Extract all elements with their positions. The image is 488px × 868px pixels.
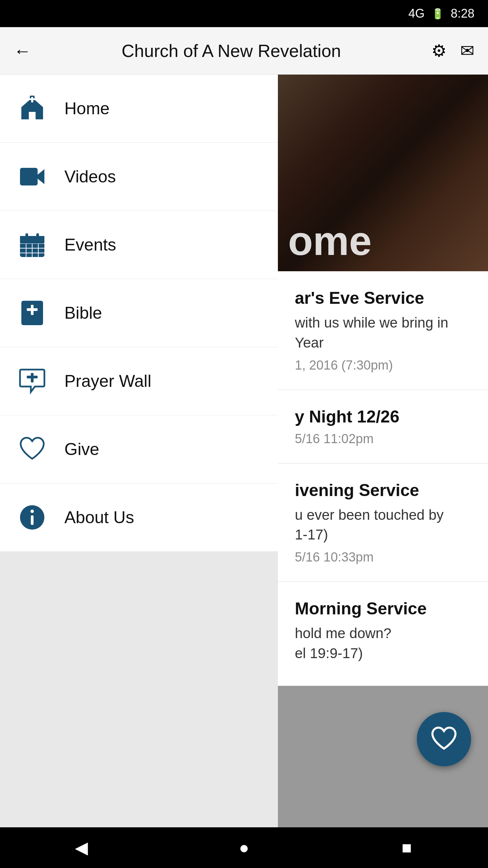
content-list: ar's Eve Service with us while we bring … — [278, 271, 488, 686]
home-icon — [17, 93, 47, 124]
svg-rect-3 — [20, 168, 38, 185]
header: ← Church of A New Revelation ⚙ ✉ — [0, 27, 488, 75]
hero-text: ome — [288, 220, 372, 261]
nav-back-button[interactable]: ◀ — [68, 834, 95, 861]
item-title: ivening Service — [295, 480, 471, 500]
header-actions: ⚙ ✉ — [431, 41, 474, 61]
list-item[interactable]: ar's Eve Service with us while we bring … — [278, 271, 488, 390]
sidebar-item-prayer-wall-label: Prayer Wall — [64, 371, 151, 391]
sidebar-item-videos-label: Videos — [64, 167, 116, 186]
list-item[interactable]: ivening Service u ever been touched by1-… — [278, 463, 488, 582]
bible-icon — [17, 298, 47, 328]
prayer-icon — [17, 366, 47, 396]
fab-button[interactable] — [417, 712, 471, 766]
list-item[interactable]: Morning Service hold me down?el 19:9-17) — [278, 582, 488, 686]
sidebar-item-events[interactable]: Events — [0, 211, 278, 279]
sidebar-item-about-us[interactable]: About Us — [0, 484, 278, 552]
nav-home-button[interactable]: ● — [230, 834, 258, 861]
sidebar-item-bible-label: Bible — [64, 303, 102, 323]
svg-marker-4 — [38, 169, 44, 184]
item-title: Morning Service — [295, 599, 471, 618]
item-date: 5/16 11:02pm — [295, 432, 471, 446]
sidebar-item-videos[interactable]: Videos — [0, 143, 278, 211]
item-desc: with us while we bring in Year — [295, 313, 471, 353]
main-layout: Home Videos — [0, 75, 488, 827]
svg-rect-22 — [27, 376, 38, 378]
sidebar-item-home-label: Home — [64, 99, 109, 118]
item-date: 1, 2016 (7:30pm) — [295, 358, 471, 373]
back-button[interactable]: ← — [14, 41, 31, 61]
sidebar-item-bible[interactable]: Bible — [0, 279, 278, 347]
item-title: ar's Eve Service — [295, 288, 471, 308]
sidebar-item-give[interactable]: Give — [0, 415, 278, 484]
bottom-nav: ◀ ● ■ — [0, 827, 488, 868]
sidebar: Home Videos — [0, 75, 278, 827]
content-area: ome ar's Eve Service with us while we br… — [278, 75, 488, 827]
calendar-icon — [17, 230, 47, 260]
svg-rect-16 — [25, 233, 28, 239]
page-title: Church of A New Revelation — [41, 41, 421, 61]
hero-image: ome — [278, 75, 488, 271]
item-title: y Night 12/26 — [295, 407, 471, 427]
sidebar-item-home[interactable]: Home — [0, 75, 278, 143]
nav-recent-button[interactable]: ■ — [393, 834, 420, 861]
sidebar-empty-space — [0, 552, 278, 827]
svg-rect-20 — [27, 308, 38, 311]
item-date: 5/16 10:33pm — [295, 550, 471, 565]
sidebar-item-prayer-wall[interactable]: Prayer Wall — [0, 347, 278, 415]
item-desc: u ever been touched by1-17) — [295, 505, 471, 545]
item-desc: hold me down?el 19:9-17) — [295, 624, 471, 664]
heart-icon — [17, 434, 47, 465]
list-item[interactable]: y Night 12/26 5/16 11:02pm — [278, 390, 488, 463]
battery-icon: 🔋 — [431, 8, 444, 20]
svg-point-25 — [30, 510, 34, 513]
signal-indicator: 4G — [408, 6, 425, 21]
mail-icon[interactable]: ✉ — [460, 41, 474, 61]
svg-rect-24 — [31, 515, 34, 525]
info-icon — [17, 502, 47, 533]
sidebar-item-events-label: Events — [64, 235, 116, 255]
video-icon — [17, 161, 47, 192]
svg-rect-15 — [20, 236, 44, 243]
svg-rect-17 — [36, 233, 39, 239]
clock: 8:28 — [451, 6, 474, 21]
sidebar-item-about-us-label: About Us — [64, 508, 134, 527]
settings-icon[interactable]: ⚙ — [431, 41, 447, 61]
status-bar: 4G 🔋 8:28 — [0, 0, 488, 27]
svg-rect-2 — [29, 98, 35, 100]
sidebar-item-give-label: Give — [64, 439, 99, 459]
